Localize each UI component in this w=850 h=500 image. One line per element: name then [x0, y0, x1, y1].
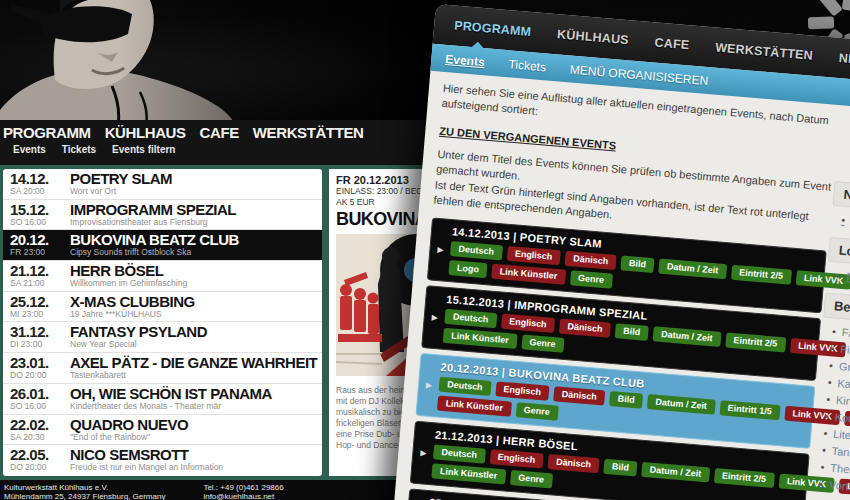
- event-date: 23.01.: [10, 355, 70, 371]
- cms-event-rows: ▶14.12.2013 | POETRY SLAMDeutschEnglisch…: [393, 218, 827, 500]
- badge-genre: Genre: [515, 402, 558, 420]
- event-main-col: OH, WIE SCHÖN IST PANAMAKindertheater de…: [70, 386, 272, 414]
- cms-nav-neue-seite[interactable]: NEUE SEITE: [838, 51, 850, 71]
- event-main-col: QUADRO NUEVO"End of the Rainbow": [70, 417, 188, 445]
- event-main-col: X-MAS CLUBBING19 Jahre ***KÜHLHAUS: [70, 294, 195, 322]
- site-nav-item-programm[interactable]: PROGRAMM: [3, 124, 91, 141]
- badge-link-künstler: Link Künstler: [443, 328, 518, 349]
- event-date-col: 23.01.DO 20:00: [10, 355, 70, 383]
- site-event-row[interactable]: 22.02.SA 20:30QUADRO NUEVO"End of the Ra…: [3, 415, 322, 446]
- event-time: DO 20:00: [10, 371, 70, 380]
- badge-dänisch: Dänisch: [565, 251, 617, 270]
- badge-eintritt-2-5: Eintritt 2/5: [731, 265, 792, 285]
- badge-datum-zeit: Datum / Zeit: [641, 462, 710, 483]
- event-title: X-MAS CLUBBING: [70, 294, 195, 310]
- badge-englisch: Englisch: [495, 382, 550, 401]
- site-event-row[interactable]: 26.01.SO 16:00OH, WIE SCHÖN IST PANAMAKi…: [3, 384, 322, 415]
- footer-address: Mühlendamm 25, 24937 Flensburg, Germany: [4, 492, 165, 500]
- event-title: FANTASY PSYLAND: [70, 324, 207, 340]
- event-time: DI 23:00: [10, 340, 70, 349]
- site-event-row[interactable]: 25.12.MI 23:00X-MAS CLUBBING19 Jahre ***…: [3, 292, 322, 323]
- badge-genre: Genre: [510, 470, 553, 488]
- cms-admin-panel: PROGRAMMKÜHLHAUSCAFEWERKSTÄTTENNEUE SEIT…: [371, 4, 850, 500]
- badge-englisch: Englisch: [489, 449, 544, 468]
- site-subnav-item-events-filtern[interactable]: Events filtern: [112, 144, 175, 155]
- event-date-col: 22.02.SA 20:30: [10, 417, 70, 445]
- cms-tab-tickets[interactable]: Tickets: [508, 57, 547, 74]
- event-date: 25.12.: [10, 294, 70, 310]
- active-tab-notch: [470, 41, 485, 49]
- badge-deutsch: Deutsch: [433, 445, 486, 464]
- event-time: FR 23:00: [10, 248, 70, 257]
- footer-tel: Tel.: +49 (0)461 29866: [203, 483, 283, 492]
- event-date: 20.12.: [10, 232, 70, 248]
- badge-link-künstler: Link Künstler: [437, 396, 512, 417]
- event-date-col: 25.12.MI 23:00: [10, 294, 70, 322]
- badge-eintritt-2-5: Eintritt 2/5: [713, 468, 774, 488]
- cms-nav-programm[interactable]: PROGRAMM: [454, 19, 532, 39]
- event-title: NICO SEMSROTT: [70, 447, 223, 463]
- site-event-row[interactable]: 15.12.SO 16:00IMPROGRAMM SPEZIALImprovis…: [3, 200, 322, 231]
- event-main-col: IMPROGRAMM SPEZIALImprovisationstheater …: [70, 202, 236, 230]
- event-date-col: 22.05.DO 20:00: [10, 447, 70, 476]
- event-time: SO 16:00: [10, 402, 70, 411]
- screenshot-stage: PROGRAMMKÜHLHAUSCAFEWERKSTÄTTEN EventsTi…: [0, 0, 850, 500]
- footer-contact-block: Tel.: +49 (0)461 29866 info@kuehlhaus.ne…: [203, 483, 283, 500]
- footer-address-block: Kulturwerkstatt Kühlhaus e.V. Mühlendamm…: [4, 483, 165, 500]
- event-date: 15.12.: [10, 202, 70, 218]
- event-date-col: 15.12.SO 16:00: [10, 202, 70, 230]
- event-subtitle: Freude ist nur ein Mangel an Information: [70, 463, 223, 472]
- event-date: 22.05.: [10, 447, 70, 463]
- badge-dänisch: Dänisch: [547, 454, 599, 473]
- badge-genre: Genre: [569, 271, 612, 289]
- event-title: IMPROGRAMM SPEZIAL: [70, 202, 236, 218]
- site-subnav-item-tickets[interactable]: Tickets: [62, 144, 96, 155]
- site-event-row[interactable]: 14.12.SA 20:00POETRY SLAMWort vor Ort: [3, 169, 322, 200]
- site-event-row[interactable]: 23.01.DO 20:00AXEL PÄTZ - DIE GANZE WAHR…: [3, 353, 322, 384]
- cms-nav-werkstätten[interactable]: WERKSTÄTTEN: [715, 41, 814, 63]
- event-date-col: 26.01.SO 16:00: [10, 386, 70, 414]
- site-event-row[interactable]: 22.05.DO 20:00NICO SEMSROTTFreude ist nu…: [3, 445, 322, 476]
- badge-bild: Bild: [620, 256, 654, 274]
- row-expander-icon[interactable]: ▶: [420, 448, 427, 457]
- row-expander-icon[interactable]: ▶: [437, 245, 444, 254]
- event-date-col: 31.12.DI 23:00: [10, 324, 70, 352]
- event-subtitle: "End of the Rainbow": [70, 433, 188, 442]
- badge-deutsch: Deutsch: [450, 241, 503, 260]
- badge-genre: Genre: [521, 335, 564, 353]
- cms-tab-events[interactable]: Events: [445, 52, 485, 69]
- site-subnav-item-events[interactable]: Events: [13, 144, 46, 155]
- cms-nav-kühlhaus[interactable]: KÜHLHAUS: [557, 27, 630, 47]
- event-time: MI 23:00: [10, 310, 70, 319]
- row-expander-icon[interactable]: ▶: [426, 380, 433, 389]
- event-main-col: HERR BÖSELWillkommen im Gehirnfasching: [70, 263, 187, 291]
- event-time: SO 16:00: [10, 218, 70, 227]
- past-events-link[interactable]: ZU DEN VERGANGENEN EVENTS: [439, 125, 617, 152]
- site-nav-item-cafe[interactable]: CAFE: [200, 124, 239, 141]
- event-subtitle: Tastenkabarett: [70, 371, 317, 380]
- event-subtitle: Improvisationstheater aus Flensburg: [70, 218, 236, 227]
- badge-dänisch: Dänisch: [559, 319, 611, 338]
- footer-org: Kulturwerkstatt Kühlhaus e.V.: [4, 483, 165, 492]
- site-nav-item-werkstätten[interactable]: WERKSTÄTTEN: [253, 124, 364, 141]
- site-event-row[interactable]: 31.12.DI 23:00FANTASY PSYLANDNew Year Sp…: [3, 322, 322, 353]
- event-date: 14.12.: [10, 171, 70, 187]
- event-main-col: FANTASY PSYLANDNew Year Special: [70, 324, 207, 352]
- row-expander-icon[interactable]: ▶: [431, 313, 438, 322]
- site-event-row[interactable]: 21.12.SA 21:00HERR BÖSELWillkommen im Ge…: [3, 261, 322, 292]
- genre-item-vortrag[interactable]: Vortrag: [819, 478, 850, 500]
- event-title: QUADRO NUEVO: [70, 417, 188, 433]
- footer-email[interactable]: info@kuehlhaus.net: [203, 492, 283, 500]
- event-date-col: 14.12.SA 20:00: [10, 171, 70, 199]
- event-title: HERR BÖSEL: [70, 263, 187, 279]
- event-main-col: AXEL PÄTZ - DIE GANZE WAHRHEITTastenkaba…: [70, 355, 317, 383]
- badge-link-künstler: Link Künstler: [431, 464, 506, 485]
- event-title: AXEL PÄTZ - DIE GANZE WAHRHEIT: [70, 355, 317, 371]
- event-subtitle: Wort vor Ort: [70, 187, 172, 196]
- cms-nav-cafe[interactable]: CAFE: [654, 35, 690, 52]
- site-event-row[interactable]: 20.12.FR 23:00BUKOVINA BEATZ CLUBCipsy S…: [3, 230, 322, 261]
- event-time: SA 20:30: [10, 433, 70, 442]
- site-nav-item-kühlhaus[interactable]: KÜHLHAUS: [105, 124, 186, 141]
- badge-eintritt-2-5: Eintritt 2/5: [725, 333, 786, 353]
- event-main-col: POETRY SLAMWort vor Ort: [70, 171, 172, 199]
